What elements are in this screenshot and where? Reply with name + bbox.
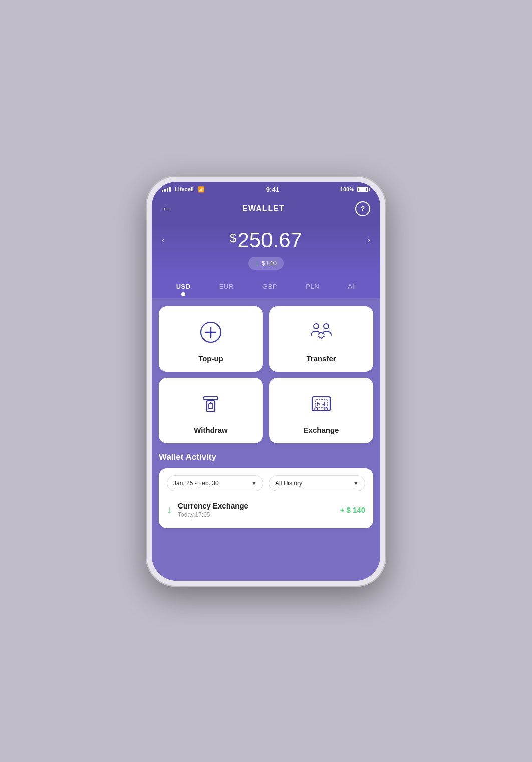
exchange-label: Exchange [304, 426, 339, 434]
phone-screen: Lifecell 📶 9:41 100% ← EWALLET ? ‹ [152, 182, 380, 581]
back-button[interactable]: ← [162, 203, 172, 214]
tab-usd[interactable]: USD [172, 281, 195, 298]
currency-symbol: $ [230, 231, 236, 245]
exchange-card[interactable]: Exchange [269, 378, 373, 443]
svg-point-3 [314, 324, 319, 329]
status-bar: Lifecell 📶 9:41 100% [152, 182, 380, 196]
transfer-label: Transfer [306, 354, 336, 363]
table-row: ↓ Currency Exchange Today,17:05 + $ 140 [167, 498, 365, 521]
balance-section: ‹ $ 250.67 › ↓ $140 [152, 223, 380, 277]
history-filter-label: All History [275, 480, 302, 487]
tab-eur[interactable]: EUR [215, 281, 238, 298]
balance-badge: ↓ $140 [248, 257, 284, 270]
date-chevron-icon: ▼ [251, 480, 257, 486]
action-grid: Top-up [159, 306, 373, 443]
date-filter-button[interactable]: Jan. 25 - Feb. 30 ▼ [167, 475, 263, 491]
balance-value: 250.67 [237, 228, 302, 252]
transfer-card[interactable]: Transfer [269, 306, 373, 372]
app-title: EWALLET [242, 204, 284, 213]
status-time: 9:41 [266, 186, 279, 193]
signal-bars-icon [162, 187, 171, 192]
wifi-icon: 📶 [198, 186, 205, 193]
currency-tabs: USD EUR GBP PLN All [152, 277, 380, 298]
transaction-info: Currency Exchange Today,17:05 [178, 501, 334, 518]
wallet-activity-title: Wallet Activity [159, 452, 373, 462]
svg-point-8 [210, 402, 212, 403]
prev-currency-button[interactable]: ‹ [162, 235, 165, 245]
tab-usd-indicator [181, 292, 185, 296]
main-content: Top-up [152, 298, 380, 581]
date-filter-label: Jan. 25 - Feb. 30 [173, 480, 219, 487]
withdraw-card[interactable]: Withdraw [159, 378, 263, 443]
badge-arrow-icon: ↓ [255, 259, 259, 267]
transaction-name: Currency Exchange [178, 501, 334, 510]
next-currency-button[interactable]: › [367, 235, 370, 245]
topup-icon [197, 318, 225, 348]
status-right: 100% [340, 186, 370, 192]
tab-all[interactable]: All [344, 281, 360, 298]
transfer-icon [307, 318, 335, 348]
carrier-label: Lifecell [175, 186, 194, 192]
balance-row: ‹ $ 250.67 › [162, 228, 370, 257]
exchange-icon [307, 390, 335, 420]
tab-pln[interactable]: PLN [302, 281, 323, 298]
withdraw-icon [197, 390, 225, 420]
svg-point-4 [324, 324, 329, 329]
battery-icon [357, 187, 370, 192]
help-button[interactable]: ? [355, 201, 370, 216]
topup-label: Top-up [198, 354, 223, 363]
svg-rect-10 [315, 400, 327, 408]
app-header: ← EWALLET ? [152, 196, 380, 223]
tab-gbp[interactable]: GBP [258, 281, 281, 298]
svg-rect-5 [204, 397, 218, 400]
transaction-amount: + $ 140 [340, 505, 365, 514]
activity-card: Jan. 25 - Feb. 30 ▼ All History ▼ ↓ Curr… [159, 468, 373, 528]
history-chevron-icon: ▼ [353, 480, 359, 486]
svg-rect-7 [209, 404, 213, 409]
topup-card[interactable]: Top-up [159, 306, 263, 372]
status-left: Lifecell 📶 [162, 186, 205, 193]
transaction-time: Today,17:05 [178, 511, 334, 518]
withdraw-label: Withdraw [194, 426, 227, 434]
transaction-direction-icon: ↓ [167, 504, 172, 516]
battery-percent: 100% [340, 186, 354, 192]
balance-display: $ 250.67 [230, 228, 302, 252]
history-filter-button[interactable]: All History ▼ [269, 475, 365, 491]
filter-row: Jan. 25 - Feb. 30 ▼ All History ▼ [167, 475, 365, 491]
phone-frame: Lifecell 📶 9:41 100% ← EWALLET ? ‹ [146, 176, 386, 587]
badge-amount: $140 [262, 259, 277, 267]
